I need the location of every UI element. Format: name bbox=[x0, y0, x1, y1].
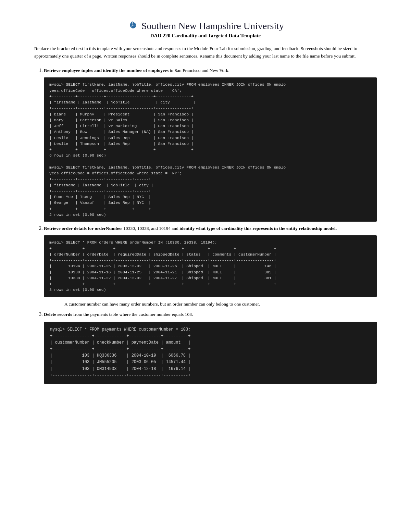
question-1-rest: in San Francisco and New York. bbox=[169, 68, 229, 73]
question-1-label: Retrieve employee tuples and identify th… bbox=[44, 67, 377, 74]
questions-list: Retrieve employee tuples and identify th… bbox=[34, 67, 377, 384]
university-name: Southern New Hampshire University bbox=[141, 21, 284, 32]
question-2-terminal: mysql> SELECT * FROM orders WHERE orderN… bbox=[44, 235, 377, 297]
question-1-bold: Retrieve employee tuples and identify th… bbox=[44, 68, 169, 73]
page-title: DAD 220 Cardinality and Targeted Data Te… bbox=[34, 33, 377, 39]
question-2-bold: Retrieve order details for orderNumber bbox=[44, 226, 122, 231]
question-2-answer: A customer number can have many order nu… bbox=[64, 300, 377, 308]
logo-area: Southern New Hampshire University bbox=[34, 21, 377, 32]
question-3-terminal: mysql> SELECT * FROM payments WHERE cust… bbox=[44, 322, 377, 384]
question-2-bold2: identify what type of cardinality this r… bbox=[179, 226, 337, 231]
question-2-label: Retrieve order details for orderNumber 1… bbox=[44, 225, 377, 232]
question-3-bold: Delete records bbox=[44, 312, 72, 317]
question-2-rest: 10330, 10338, and 10194 and bbox=[122, 226, 179, 231]
question-2: Retrieve order details for orderNumber 1… bbox=[44, 225, 377, 308]
question-1: Retrieve employee tuples and identify th… bbox=[44, 67, 377, 222]
question-1-terminal: mysql> SELECT firstName, lastName, jobTi… bbox=[44, 77, 377, 222]
snhu-leaf-icon bbox=[127, 21, 138, 30]
page-header: Southern New Hampshire University DAD 22… bbox=[34, 21, 377, 39]
intro-paragraph: Replace the bracketed text in this templ… bbox=[34, 45, 377, 60]
question-3-label: Delete records from the payments table w… bbox=[44, 311, 377, 318]
question-3: Delete records from the payments table w… bbox=[44, 311, 377, 384]
question-3-rest: from the payments table where the custom… bbox=[72, 312, 193, 317]
